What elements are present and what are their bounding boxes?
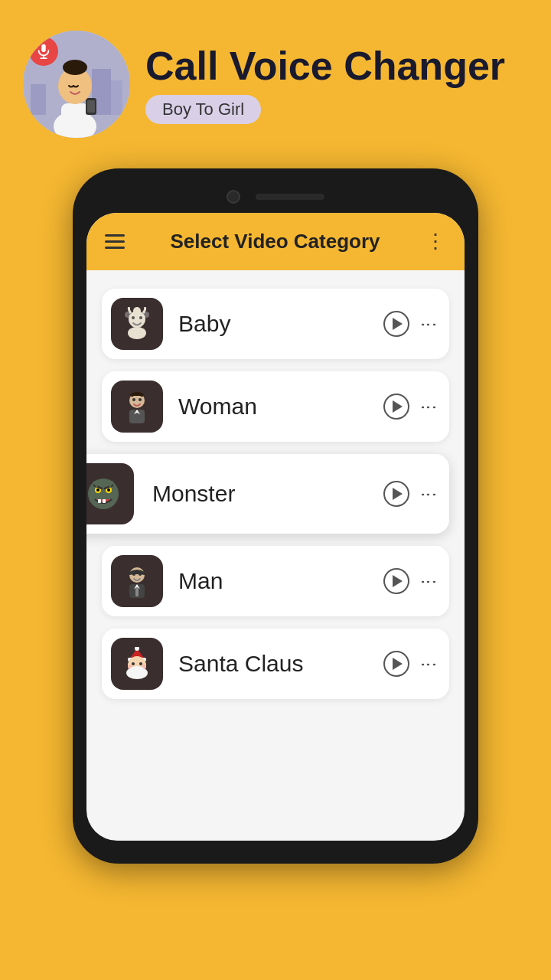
svg-point-12 — [63, 60, 87, 75]
app-subtitle-text: Boy To Girl — [162, 100, 244, 119]
svg-point-29 — [107, 488, 110, 492]
svg-point-25 — [88, 479, 119, 509]
category-item-woman[interactable]: Woman ⋮ — [102, 371, 449, 442]
svg-point-20 — [143, 312, 149, 318]
svg-point-41 — [132, 662, 135, 665]
svg-rect-6 — [31, 84, 46, 115]
play-button-woman[interactable] — [383, 394, 409, 420]
dots-menu-baby[interactable]: ⋮ — [420, 316, 437, 332]
svg-point-34 — [139, 573, 142, 576]
svg-point-17 — [128, 327, 146, 339]
dots-menu-monster[interactable]: ⋮ — [420, 486, 437, 501]
phone-mockup: Select Video Category ⋮ — [73, 168, 478, 864]
app-title: Call Voice Changer — [145, 44, 505, 88]
category-item-monster[interactable]: Monster ⋮ — [86, 454, 449, 534]
category-actions-santa: ⋮ — [383, 651, 437, 677]
app-subtitle-badge: Boy To Girl — [145, 95, 261, 124]
svg-point-22 — [132, 398, 135, 401]
svg-rect-0 — [41, 44, 46, 52]
category-actions-baby: ⋮ — [383, 311, 437, 337]
svg-rect-31 — [103, 499, 106, 503]
category-icon-monster — [86, 463, 134, 524]
phone-speaker — [256, 194, 324, 200]
category-name-man: Man — [178, 568, 383, 594]
category-actions-monster: ⋮ — [383, 481, 437, 507]
category-item-man[interactable]: Man ⋮ — [102, 546, 449, 616]
category-name-monster: Monster — [152, 481, 383, 507]
mic-badge — [29, 37, 58, 66]
svg-rect-8 — [61, 103, 89, 130]
svg-point-28 — [96, 488, 99, 492]
category-actions-man: ⋮ — [383, 568, 437, 594]
play-button-santa[interactable] — [383, 651, 409, 677]
dots-menu-woman[interactable]: ⋮ — [420, 399, 437, 414]
phone-camera — [227, 190, 240, 204]
dots-menu-man[interactable]: ⋮ — [420, 573, 437, 589]
app-topbar: Select Video Category ⋮ — [86, 213, 465, 270]
app-header: Call Voice Changer Boy To Girl — [0, 0, 551, 161]
svg-rect-10 — [87, 100, 95, 113]
category-item-baby[interactable]: Baby ⋮ — [102, 289, 449, 359]
category-name-woman: Woman — [178, 394, 383, 420]
category-item-santa[interactable]: Santa Claus ⋮ — [102, 629, 449, 699]
svg-point-23 — [139, 398, 142, 401]
category-actions-woman: ⋮ — [383, 394, 437, 420]
hamburger-menu-button[interactable] — [105, 234, 125, 249]
play-button-monster[interactable] — [383, 481, 409, 507]
more-options-button[interactable]: ⋮ — [425, 230, 446, 253]
category-icon-woman — [111, 381, 163, 433]
app-logo — [23, 31, 130, 138]
svg-point-19 — [125, 312, 131, 318]
svg-point-38 — [135, 647, 139, 651]
dots-menu-santa[interactable]: ⋮ — [420, 656, 437, 671]
svg-point-18 — [133, 307, 141, 315]
category-icon-baby — [111, 298, 163, 350]
svg-point-42 — [139, 662, 142, 665]
category-icon-santa — [111, 638, 163, 690]
phone-top-bar — [86, 182, 465, 213]
category-icon-man — [111, 555, 163, 607]
play-button-man[interactable] — [383, 568, 409, 594]
play-button-baby[interactable] — [383, 311, 409, 337]
svg-point-15 — [132, 316, 135, 319]
svg-rect-5 — [111, 80, 122, 115]
category-name-baby: Baby — [178, 311, 383, 337]
svg-rect-36 — [135, 587, 139, 596]
category-name-santa: Santa Claus — [178, 651, 383, 677]
topbar-title: Select Video Category — [170, 230, 380, 253]
svg-point-16 — [139, 316, 142, 319]
svg-point-33 — [132, 573, 135, 576]
phone-screen: Select Video Category ⋮ — [86, 213, 465, 841]
app-title-block: Call Voice Changer Boy To Girl — [145, 44, 505, 123]
svg-rect-30 — [98, 499, 101, 503]
category-list: Baby ⋮ — [86, 270, 465, 717]
